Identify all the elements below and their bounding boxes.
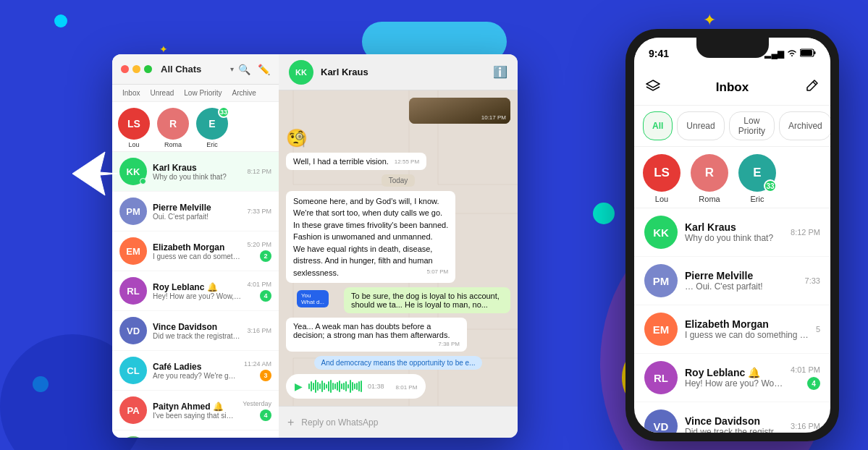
- chat-name-paityn: Paityn Ahmed 🔔: [153, 402, 237, 412]
- phone-chat-meta-pierre: 7:33: [805, 276, 820, 285]
- wave-bar: [343, 383, 345, 390]
- story-roma[interactable]: R Roma: [157, 108, 189, 148]
- chat-view-panel: KK Karl Kraus ℹ️ 10:17 PM 🧐 Well, I had …: [279, 54, 518, 438]
- date-separator: Today: [382, 174, 416, 187]
- chat-info-cafe: Café Ladies Are you ready? We're getting…: [153, 362, 238, 380]
- chat-avatar-pierre: PM: [119, 198, 147, 225]
- edit-icon[interactable]: ✏️: [258, 64, 270, 75]
- story-name-eric: Eric: [206, 141, 218, 148]
- chat-item-karl[interactable]: KK Karl Kraus Why do you think that? 8:1…: [112, 152, 279, 192]
- tab-low-priority[interactable]: Low Priority: [180, 88, 226, 98]
- phone-screen: 9:41 ▂▄▆ Inbox All Unrea: [634, 38, 830, 433]
- close-dot[interactable]: [121, 65, 129, 73]
- phone-story-eric[interactable]: E 33 Eric: [738, 154, 776, 203]
- edit-icon-phone[interactable]: [804, 79, 819, 96]
- chat-avatar-paityn: PA: [119, 396, 147, 424]
- filter-all[interactable]: All: [643, 111, 673, 140]
- chat-time-roy: 4:01 PM: [247, 281, 271, 288]
- story-lou[interactable]: LS Lou: [118, 108, 150, 148]
- msg-outgoing-dog: To be sure, the dog is loyal to his acco…: [344, 287, 510, 313]
- phone-chat-info-roy: Roy Leblanc 🔔 Hey! How are you? Wow, it'…: [685, 367, 783, 389]
- wave-bar: [334, 383, 336, 389]
- phone-story-lou[interactable]: LS Lou: [643, 154, 681, 203]
- info-icon[interactable]: ℹ️: [493, 65, 507, 79]
- bg-teal-circle: [593, 203, 615, 224]
- phone-chat-item-vince[interactable]: VD Vince Davidson Did we track the regis…: [634, 402, 830, 433]
- svg-marker-0: [72, 152, 117, 195]
- msg-time-weak: 7:38 PM: [438, 341, 460, 347]
- phone-chat-list: KK Karl Kraus Why do you think that? 8:1…: [634, 208, 830, 433]
- chat-list-header: All Chats ▾ 🔍 ✏️: [112, 54, 279, 85]
- phone-chat-avatar-pierre: PM: [644, 264, 678, 297]
- chat-time-cafe: 11:24 AM: [244, 360, 271, 368]
- add-icon[interactable]: +: [287, 416, 294, 429]
- wave-bar: [315, 380, 316, 393]
- wave-bar: [330, 380, 332, 393]
- chat-header: KK Karl Kraus ℹ️: [279, 54, 518, 90]
- phone-story-avatar-eric: E 33: [738, 154, 776, 192]
- chat-item-paityn[interactable]: PA Paityn Ahmed 🔔 I've been saying that …: [112, 391, 279, 430]
- chat-meta-karl: 8:12 PM: [247, 168, 271, 175]
- bg-star-2: ✦: [159, 43, 168, 55]
- chat-item-vince[interactable]: VD Vince Davidson Did we track the regis…: [112, 311, 279, 351]
- msg-image: 10:17 PM: [409, 98, 510, 124]
- wave-bar: [311, 381, 312, 391]
- chat-item-roy[interactable]: RL Roy Leblanc 🔔 Hey! How are you? Wow, …: [112, 271, 279, 311]
- phone-story-avatar-roma: R: [691, 154, 728, 192]
- msg-text-weak: Yea... A weak man has doubts before a de…: [293, 322, 450, 339]
- play-button[interactable]: ▶: [295, 381, 303, 392]
- wave-bar: [352, 382, 353, 391]
- chat-avatar-roy: RL: [119, 277, 147, 305]
- mobile-phone: 9:41 ▂▄▆ Inbox All Unrea: [625, 29, 839, 441]
- msg-incoming-weak: Yea... A weak man has doubts before a de…: [286, 318, 467, 352]
- phone-chat-badge-roy: 4: [807, 377, 820, 390]
- chat-item-pierre[interactable]: PM Pierre Melville Oui. C'est parfait! 7…: [112, 192, 279, 232]
- tab-unread[interactable]: Unread: [146, 88, 178, 98]
- phone-chat-time-pierre: 7:33: [805, 276, 820, 285]
- story-eric[interactable]: E 33 Eric: [196, 108, 228, 148]
- filter-unread[interactable]: Unread: [677, 111, 724, 140]
- phone-chat-avatar-karl: KK: [644, 216, 678, 249]
- svg-rect-6: [801, 50, 812, 56]
- fullscreen-dot[interactable]: [144, 65, 152, 73]
- phone-status-icons: ▂▄▆: [764, 48, 816, 59]
- bg-circle-1: [54, 14, 67, 27]
- phone-chat-meta-vince: 3:16 PM: [791, 422, 820, 430]
- msg-text-long: Someone here, and by God's will, I know.…: [293, 197, 448, 277]
- chat-list-panel: All Chats ▾ 🔍 ✏️ Inbox Unread Low Priori…: [112, 54, 279, 438]
- phone-chat-item-pierre[interactable]: PM Pierre Melville … Oui. C'est parfait!…: [634, 257, 830, 305]
- chat-badge-paityn: 4: [260, 409, 271, 421]
- wave-bar: [337, 382, 338, 391]
- phone-chat-preview-elizabeth: I guess we can do something about it on …: [685, 330, 809, 340]
- msg-image-time: 10:17 PM: [481, 114, 506, 121]
- you-bubble: YouWhat d...: [297, 290, 329, 307]
- filter-archived[interactable]: Archived: [779, 111, 830, 140]
- window-controls: [121, 65, 152, 73]
- phone-stories-row: LS Lou R Roma E 33 Eric: [634, 147, 830, 208]
- chat-name-elizabeth: Elizabeth Morgan: [153, 242, 241, 252]
- svg-line-7: [813, 82, 816, 85]
- msg-outgoing-wrapper: YouWhat d... To be sure, the dog is loya…: [344, 287, 510, 313]
- phone-chat-item-roy[interactable]: RL Roy Leblanc 🔔 Hey! How are you? Wow, …: [634, 354, 830, 402]
- phone-chat-item-karl[interactable]: KK Karl Kraus Why do you think that? 8:1…: [634, 208, 830, 257]
- chat-info-karl: Karl Kraus Why do you think that?: [153, 163, 241, 181]
- story-avatar-roma: R: [157, 108, 189, 140]
- layers-icon[interactable]: [646, 80, 660, 95]
- reply-input[interactable]: Reply on WhatsApp: [301, 417, 509, 428]
- phone-filter-row: All Unread Low Priority Archived: [634, 106, 830, 147]
- minimize-dot[interactable]: [132, 65, 140, 73]
- chat-meta-vince: 3:16 PM: [247, 327, 271, 334]
- filter-low-priority[interactable]: Low Priority: [729, 111, 775, 140]
- wave-bar: [354, 383, 355, 389]
- chat-item-elizabeth[interactable]: EM Elizabeth Morgan I guess we can do so…: [112, 232, 279, 271]
- waveform: [308, 380, 362, 393]
- tab-inbox[interactable]: Inbox: [118, 88, 144, 98]
- phone-chat-item-elizabeth[interactable]: EM Elizabeth Morgan I guess we can do so…: [634, 305, 830, 354]
- phone-story-roma[interactable]: R Roma: [691, 154, 728, 203]
- inbox-title: Inbox: [716, 80, 749, 95]
- tab-archive[interactable]: Archive: [228, 88, 261, 98]
- chat-item-cafe[interactable]: CL Café Ladies Are you ready? We're gett…: [112, 351, 279, 391]
- chat-avatar-cafe: CL: [119, 357, 147, 384]
- search-icon[interactable]: 🔍: [238, 64, 250, 75]
- chat-item-francesca[interactable]: FN Francesca Navarro Reacted with a thum…: [112, 430, 279, 438]
